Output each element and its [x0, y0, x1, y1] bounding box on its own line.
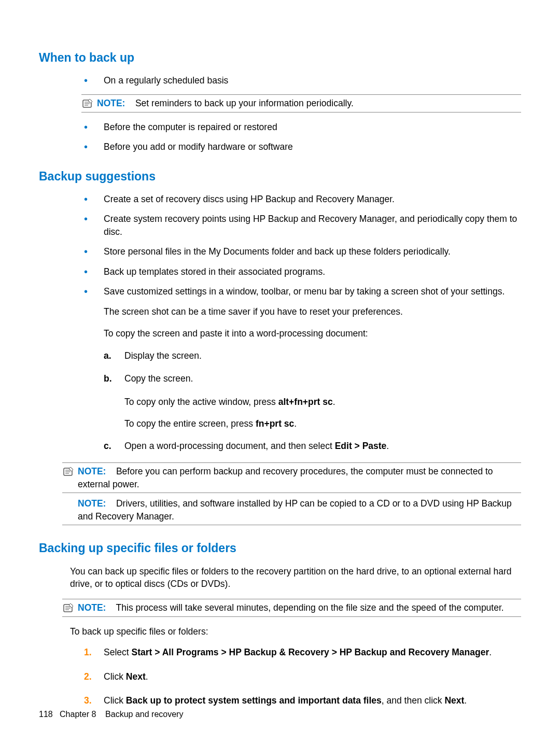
chapter-label: Chapter 8 — [60, 710, 96, 719]
heading-backing-up-files: Backing up specific files or folders — [39, 540, 521, 556]
section-when-to-back-up: When to back up On a regularly scheduled… — [39, 49, 521, 153]
note-label: NOTE: — [78, 602, 106, 613]
list-item: Store personal files in the My Documents… — [84, 245, 521, 258]
note-block: NOTE: Drivers, utilities, and software i… — [62, 495, 521, 525]
note-icon — [62, 602, 75, 614]
list-when-to-back-up-2: Before the computer is repaired or resto… — [84, 121, 521, 153]
page-footer: 118 Chapter 8 Backup and recovery — [39, 709, 183, 720]
note-text: NOTE: Set reminders to back up your info… — [97, 97, 521, 110]
list-item: Back up templates stored in their associ… — [84, 265, 521, 278]
lettered-steps: a.Display the screen. b.Copy the screen. — [104, 349, 521, 385]
paragraph: You can back up specific files or folder… — [70, 565, 521, 591]
note-icon — [62, 466, 75, 478]
note-text: NOTE: Before you can perform backup and … — [78, 465, 521, 490]
numbered-steps: 1. Select Start > All Programs > HP Back… — [84, 646, 521, 707]
sub-paragraph: To copy only the active window, press al… — [124, 396, 521, 409]
note-icon — [81, 97, 94, 110]
section-backing-up-files: Backing up specific files or folders You… — [39, 540, 521, 707]
step-a: a.Display the screen. — [104, 349, 521, 362]
note-body — [128, 98, 135, 108]
step-3: 3. Click Back up to protect system setti… — [84, 694, 521, 707]
list-when-to-back-up: On a regularly scheduled basis — [84, 74, 521, 87]
list-item: Create a set of recovery discs using HP … — [84, 193, 521, 206]
step-c: c. Open a word-processing document, and … — [104, 440, 521, 453]
list-item: Before the computer is repaired or resto… — [84, 121, 521, 134]
step-b: b.Copy the screen. — [104, 372, 521, 385]
list-backup-suggestions: Create a set of recovery discs using HP … — [84, 193, 521, 298]
sub-paragraph: To copy the entire screen, press fn+prt … — [124, 417, 521, 430]
note-block: NOTE: Set reminders to back up your info… — [81, 94, 521, 113]
note-label: NOTE: — [78, 498, 106, 509]
list-item: Save customized settings in a window, to… — [84, 285, 521, 298]
list-item: Before you add or modify hardware or sof… — [84, 140, 521, 153]
note-text: NOTE: This process will take several min… — [78, 601, 521, 614]
step-2: 2. Click Next. — [84, 670, 521, 683]
note-text: NOTE: Drivers, utilities, and software i… — [78, 497, 521, 523]
paragraph: To copy the screen and paste it into a w… — [104, 327, 521, 340]
lettered-steps-c: c. Open a word-processing document, and … — [104, 440, 521, 453]
note-label: NOTE: — [97, 98, 125, 108]
paragraph: To back up specific files or folders: — [70, 625, 521, 638]
list-item: On a regularly scheduled basis — [84, 74, 521, 87]
note-block: NOTE: Before you can perform backup and … — [62, 462, 521, 493]
note-block: NOTE: This process will take several min… — [62, 599, 521, 617]
chapter-title: Backup and recovery — [105, 710, 183, 719]
note-label: NOTE: — [78, 466, 106, 476]
paragraph: The screen shot can be a time saver if y… — [104, 305, 521, 318]
heading-backup-suggestions: Backup suggestions — [39, 168, 521, 185]
section-backup-suggestions: Backup suggestions Create a set of recov… — [39, 168, 521, 526]
heading-when-to-back-up: When to back up — [39, 49, 521, 66]
list-item: Create system recovery points using HP B… — [84, 213, 521, 238]
page-number: 118 — [39, 710, 53, 719]
step-1: 1. Select Start > All Programs > HP Back… — [84, 646, 521, 659]
